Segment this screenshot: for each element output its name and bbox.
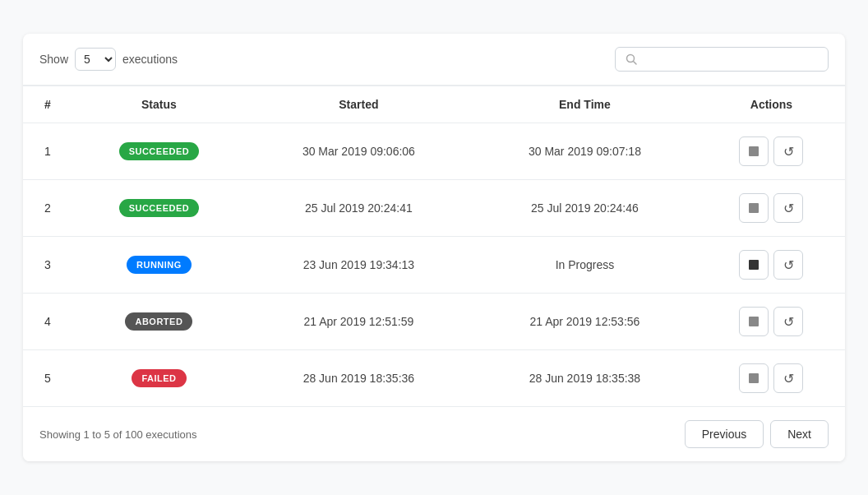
row-started: 23 Jun 2019 19:34:13	[246, 237, 472, 294]
row-started: 21 Apr 2019 12:51:59	[246, 294, 472, 350]
status-badge: SUCCEEDED	[119, 199, 200, 217]
retry-button[interactable]: ↺	[773, 250, 803, 280]
retry-button[interactable]: ↺	[773, 363, 803, 393]
row-status: SUCCEEDED	[72, 123, 246, 180]
row-num: 2	[23, 180, 72, 237]
stop-button[interactable]	[739, 307, 769, 336]
col-header-num: #	[23, 86, 72, 123]
status-badge: RUNNING	[127, 256, 192, 274]
search-box[interactable]	[615, 47, 829, 72]
retry-button[interactable]: ↺	[773, 136, 803, 166]
show-control: Show 5 10 25 50 executions	[39, 48, 178, 71]
retry-icon: ↺	[783, 314, 794, 330]
row-end-time: 21 Apr 2019 12:53:56	[472, 294, 698, 350]
executions-label: executions	[122, 53, 178, 66]
stop-button[interactable]	[739, 363, 769, 393]
stop-icon	[749, 146, 759, 156]
row-actions: ↺	[698, 294, 845, 350]
stop-icon	[749, 260, 759, 270]
executions-table-container: Show 5 10 25 50 executions # Status Star…	[23, 34, 845, 461]
search-input[interactable]	[642, 53, 818, 66]
row-num: 3	[23, 237, 72, 294]
row-status: FAILED	[72, 350, 246, 407]
status-badge: FAILED	[132, 369, 186, 387]
stop-button[interactable]	[739, 250, 769, 280]
row-actions: ↺	[698, 123, 845, 180]
stop-icon	[749, 203, 759, 213]
row-num: 4	[23, 294, 72, 350]
row-started: 28 Jun 2019 18:35:36	[246, 350, 472, 407]
table-row: 3 RUNNING 23 Jun 2019 19:34:13 In Progre…	[23, 237, 845, 294]
table-row: 4 ABORTED 21 Apr 2019 12:51:59 21 Apr 20…	[23, 294, 845, 350]
retry-icon: ↺	[783, 371, 794, 386]
table-row: 5 FAILED 28 Jun 2019 18:35:36 28 Jun 201…	[23, 350, 845, 407]
row-num: 1	[23, 123, 72, 180]
show-label: Show	[39, 53, 68, 66]
row-status: SUCCEEDED	[72, 180, 246, 237]
table-header-row: # Status Started End Time Actions	[23, 86, 845, 123]
status-badge: ABORTED	[125, 312, 192, 331]
col-header-end-time: End Time	[472, 86, 698, 123]
stop-icon	[749, 317, 759, 326]
row-num: 5	[23, 350, 72, 407]
row-started: 25 Jul 2019 20:24:41	[246, 180, 472, 237]
executions-table: # Status Started End Time Actions 1 SUCC…	[23, 86, 845, 406]
next-button[interactable]: Next	[770, 420, 829, 448]
retry-button[interactable]: ↺	[773, 307, 803, 336]
retry-icon: ↺	[783, 201, 794, 216]
row-actions: ↺	[698, 237, 845, 294]
col-header-actions: Actions	[698, 86, 845, 123]
row-actions: ↺	[698, 180, 845, 237]
previous-button[interactable]: Previous	[685, 420, 764, 448]
table-row: 1 SUCCEEDED 30 Mar 2019 09:06:06 30 Mar …	[23, 123, 845, 180]
svg-line-1	[634, 62, 637, 65]
table-footer: Showing 1 to 5 of 100 executions Previou…	[23, 406, 845, 461]
stop-button[interactable]	[739, 193, 769, 223]
col-header-started: Started	[246, 86, 472, 123]
stop-button[interactable]	[739, 136, 769, 166]
retry-icon: ↺	[783, 144, 794, 160]
row-actions: ↺	[698, 350, 845, 407]
top-bar: Show 5 10 25 50 executions	[23, 34, 845, 86]
retry-button[interactable]: ↺	[773, 193, 803, 223]
show-select[interactable]: 5 10 25 50	[75, 48, 116, 71]
table-row: 2 SUCCEEDED 25 Jul 2019 20:24:41 25 Jul …	[23, 180, 845, 237]
row-end-time: In Progress	[472, 237, 698, 294]
status-badge: SUCCEEDED	[119, 142, 200, 160]
pagination: Previous Next	[685, 420, 829, 448]
row-end-time: 30 Mar 2019 09:07:18	[472, 123, 698, 180]
retry-icon: ↺	[783, 257, 794, 273]
col-header-status: Status	[72, 86, 246, 123]
row-status: RUNNING	[72, 237, 246, 294]
row-end-time: 25 Jul 2019 20:24:46	[472, 180, 698, 237]
showing-text: Showing 1 to 5 of 100 executions	[39, 428, 197, 441]
stop-icon	[749, 373, 759, 383]
search-icon	[626, 53, 637, 65]
row-end-time: 28 Jun 2019 18:35:38	[472, 350, 698, 407]
row-started: 30 Mar 2019 09:06:06	[246, 123, 472, 180]
row-status: ABORTED	[72, 294, 246, 350]
